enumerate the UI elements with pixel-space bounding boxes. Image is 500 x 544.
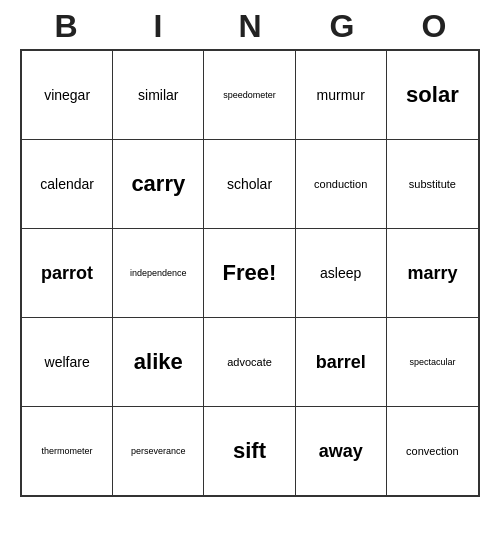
bingo-cell[interactable]: sift bbox=[204, 407, 295, 495]
header-letter: I bbox=[114, 8, 202, 45]
bingo-cell[interactable]: calendar bbox=[22, 140, 113, 228]
header-letter: N bbox=[206, 8, 294, 45]
bingo-cell[interactable]: parrot bbox=[22, 229, 113, 317]
bingo-row: parrotindependenceFree!asleepmarry bbox=[22, 229, 478, 318]
bingo-cell[interactable]: asleep bbox=[296, 229, 387, 317]
header-letter: O bbox=[390, 8, 478, 45]
header-letter: G bbox=[298, 8, 386, 45]
bingo-cell[interactable]: alike bbox=[113, 318, 204, 406]
bingo-row: thermometerperseverancesiftawayconvectio… bbox=[22, 407, 478, 495]
bingo-row: calendarcarryscholarconductionsubstitute bbox=[22, 140, 478, 229]
bingo-cell[interactable]: vinegar bbox=[22, 51, 113, 139]
bingo-row: welfarealikeadvocatebarrelspectacular bbox=[22, 318, 478, 407]
header-letter: B bbox=[22, 8, 110, 45]
bingo-cell[interactable]: conduction bbox=[296, 140, 387, 228]
bingo-grid: vinegarsimilarspeedometermurmursolarcale… bbox=[20, 49, 480, 497]
bingo-cell[interactable]: spectacular bbox=[387, 318, 478, 406]
bingo-cell[interactable]: carry bbox=[113, 140, 204, 228]
bingo-cell[interactable]: murmur bbox=[296, 51, 387, 139]
bingo-cell[interactable]: Free! bbox=[204, 229, 295, 317]
bingo-cell[interactable]: similar bbox=[113, 51, 204, 139]
bingo-cell[interactable]: solar bbox=[387, 51, 478, 139]
bingo-cell[interactable]: advocate bbox=[204, 318, 295, 406]
bingo-cell[interactable]: welfare bbox=[22, 318, 113, 406]
bingo-header: BINGO bbox=[20, 0, 480, 49]
bingo-cell[interactable]: perseverance bbox=[113, 407, 204, 495]
bingo-cell[interactable]: scholar bbox=[204, 140, 295, 228]
bingo-cell[interactable]: barrel bbox=[296, 318, 387, 406]
bingo-cell[interactable]: independence bbox=[113, 229, 204, 317]
bingo-cell[interactable]: speedometer bbox=[204, 51, 295, 139]
bingo-cell[interactable]: marry bbox=[387, 229, 478, 317]
bingo-row: vinegarsimilarspeedometermurmursolar bbox=[22, 51, 478, 140]
bingo-cell[interactable]: substitute bbox=[387, 140, 478, 228]
bingo-cell[interactable]: thermometer bbox=[22, 407, 113, 495]
bingo-cell[interactable]: away bbox=[296, 407, 387, 495]
bingo-cell[interactable]: convection bbox=[387, 407, 478, 495]
